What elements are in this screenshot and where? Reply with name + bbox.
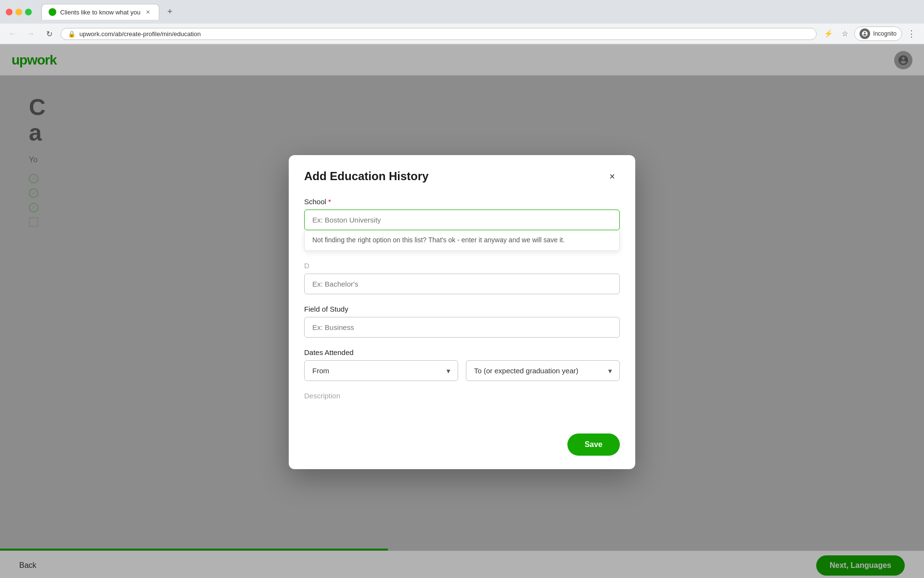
modal-footer: Save — [289, 426, 635, 469]
save-button[interactable]: Save — [567, 434, 620, 456]
to-select-wrapper: To (or expected graduation year) 2019 20… — [466, 360, 620, 381]
field-of-study-form-group: Field of Study — [304, 305, 620, 338]
lock-icon: 🔒 — [68, 30, 76, 38]
tab-favicon-icon — [49, 8, 56, 16]
forward-button[interactable]: → — [24, 27, 38, 40]
extensions-button[interactable]: ⚡ — [821, 27, 835, 40]
add-education-modal: Add Education History × School * Not fin… — [289, 155, 635, 469]
new-tab-button[interactable]: + — [163, 5, 177, 19]
degree-form-group: D — [304, 262, 620, 294]
description-label: Description — [304, 392, 620, 400]
tab-close-button[interactable]: ✕ — [144, 8, 152, 16]
school-input[interactable] — [304, 210, 620, 230]
from-select-wrapper: From 2015 2016 2017 2018 2019 2020 ▼ — [304, 360, 458, 381]
bookmark-button[interactable]: ☆ — [838, 27, 851, 40]
modal-body: School * Not finding the right option on… — [289, 194, 635, 426]
modal-header: Add Education History × — [289, 155, 635, 194]
nav-actions: ⚡ ☆ Incognito ⋮ — [821, 26, 918, 41]
field-of-study-input[interactable] — [304, 317, 620, 338]
from-select[interactable]: From 2015 2016 2017 2018 2019 2020 — [304, 360, 458, 381]
field-of-study-label: Field of Study — [304, 305, 620, 313]
school-form-group: School * Not finding the right option on… — [304, 197, 620, 251]
incognito-avatar-icon — [860, 28, 870, 39]
address-text: upwork.com/ab/create-profile/min/educati… — [79, 30, 809, 38]
degree-label: D — [304, 262, 620, 270]
required-indicator: * — [326, 197, 331, 206]
modal-title: Add Education History — [304, 170, 429, 183]
description-form-group: Description — [304, 392, 620, 400]
back-button[interactable]: ← — [6, 27, 19, 40]
close-window-button[interactable] — [6, 9, 13, 15]
degree-input[interactable] — [304, 274, 620, 294]
maximize-window-button[interactable] — [25, 9, 32, 15]
to-select[interactable]: To (or expected graduation year) 2019 20… — [466, 360, 620, 381]
dates-attended-form-group: Dates Attended From 2015 2016 2017 2018 … — [304, 348, 620, 381]
address-bar[interactable]: 🔒 upwork.com/ab/create-profile/min/educa… — [61, 28, 817, 40]
incognito-badge[interactable]: Incognito — [854, 26, 902, 41]
school-label: School * — [304, 197, 620, 206]
page-content: upwork Ca Yo ✓ ✓ ✓ Add Educat — [0, 45, 924, 578]
incognito-label: Incognito — [873, 30, 897, 37]
minimize-window-button[interactable] — [15, 9, 22, 15]
modal-close-button[interactable]: × — [604, 169, 620, 184]
school-dropdown-hint: Not finding the right option on this lis… — [304, 229, 620, 251]
traffic-lights — [6, 9, 32, 15]
browser-nav-bar: ← → ↻ 🔒 upwork.com/ab/create-profile/min… — [0, 24, 924, 44]
dates-row: From 2015 2016 2017 2018 2019 2020 ▼ To … — [304, 360, 620, 381]
titlebar: Clients like to know what you ✕ + — [0, 0, 924, 24]
more-menu-button[interactable]: ⋮ — [905, 27, 918, 40]
browser-chrome: Clients like to know what you ✕ + ← → ↻ … — [0, 0, 924, 45]
refresh-button[interactable]: ↻ — [42, 27, 56, 40]
dates-attended-label: Dates Attended — [304, 348, 620, 356]
active-tab[interactable]: Clients like to know what you ✕ — [41, 4, 159, 20]
tab-title-text: Clients like to know what you — [60, 9, 141, 16]
